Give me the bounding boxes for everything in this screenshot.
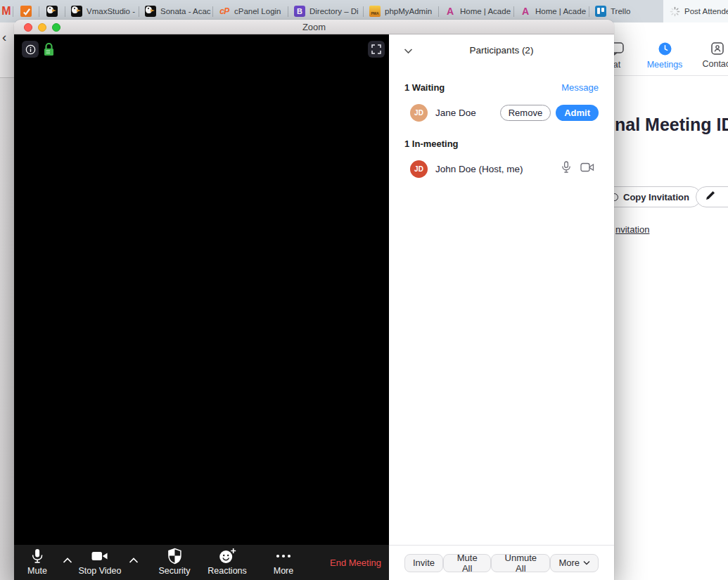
loading-spinner-icon <box>669 6 680 17</box>
participants-title: Participants (2) <box>470 45 534 56</box>
chat-bubble-icon <box>614 42 624 58</box>
participants-panel: Participants (2) 1 Waiting Message JD Ja… <box>389 34 614 580</box>
video-status-icon <box>580 162 594 175</box>
more-label: More <box>274 566 293 576</box>
phpmyadmin-icon: PMA <box>369 6 381 17</box>
academy-icon: A <box>445 6 456 17</box>
shield-icon <box>166 547 183 565</box>
mute-all-button[interactable]: Mute All <box>443 554 491 572</box>
tab-bar-gap <box>657 0 663 22</box>
copy-invitation-button[interactable]: Copy Invitation <box>614 186 701 207</box>
tab-gmail[interactable]: M <box>0 0 13 22</box>
ellipsis-icon <box>273 547 294 565</box>
back-chevron-icon[interactable]: ‹ <box>2 30 6 45</box>
more-button[interactable]: More <box>273 547 294 576</box>
chevron-down-icon[interactable] <box>404 44 413 57</box>
nav-meetings[interactable]: Meetings <box>646 42 683 70</box>
unmute-all-button[interactable]: Unmute All <box>491 554 550 572</box>
minimize-window-button[interactable] <box>38 23 46 32</box>
audio-options-chevron[interactable] <box>63 554 73 567</box>
browser-left-edge-lower <box>0 78 14 580</box>
mic-status-icon <box>561 161 571 176</box>
more-dropdown-label: More <box>558 558 580 568</box>
participant-name: Jane Doe <box>435 108 500 118</box>
inmeeting-section-header: 1 In-meeting <box>404 138 459 149</box>
tab-label: Trello <box>611 7 630 15</box>
nav-meetings-label: Meetings <box>647 60 683 70</box>
security-label: Security <box>158 566 190 576</box>
goose-icon <box>46 6 58 17</box>
mute-label: Mute <box>27 566 47 576</box>
meeting-toolbar: Mute Stop Video <box>14 545 389 580</box>
microphone-icon <box>28 547 46 565</box>
smiley-plus-icon <box>217 547 237 565</box>
clock-icon <box>658 42 672 58</box>
close-window-button[interactable] <box>24 23 32 32</box>
pencil-icon <box>705 190 716 204</box>
info-icon <box>25 44 36 55</box>
zoom-client-window: at Meetings Contact nal Meeting ID Copy … <box>614 22 728 580</box>
window-title-bar[interactable]: Zoom <box>14 20 614 34</box>
gmail-icon: M <box>1 6 12 17</box>
window-title: Zoom <box>302 22 326 32</box>
nav-contacts-label: Contact <box>702 60 728 69</box>
letter-b-icon: B <box>294 6 305 17</box>
copy-icon <box>614 193 618 201</box>
more-dropdown-button[interactable]: More <box>550 554 599 572</box>
inmeeting-participant-row: JD John Doe (Host, me) <box>404 160 599 178</box>
participant-name: John Doe (Host, me) <box>435 164 561 174</box>
tab-label: Home | Acade <box>460 7 511 15</box>
mute-button[interactable]: Mute <box>27 547 47 576</box>
video-camera-icon <box>89 547 110 565</box>
goose-icon <box>71 6 82 17</box>
meeting-info-button[interactable] <box>22 41 39 58</box>
orange-swoosh-icon <box>20 6 32 17</box>
show-meeting-invitation-link[interactable]: nvitation <box>615 224 649 235</box>
remove-button[interactable]: Remove <box>500 105 551 121</box>
reactions-button[interactable]: Reactions <box>207 547 247 576</box>
tab-label: phpMyAdmin <box>385 7 432 15</box>
tab-post-attendance-active[interactable]: Post Attende <box>663 0 728 22</box>
tab-label: cPanel Login <box>234 7 281 15</box>
chevron-down-icon <box>583 560 590 565</box>
waiting-participant-row: JD Jane Doe Remove Admit <box>404 103 599 122</box>
stop-video-label: Stop Video <box>79 566 122 576</box>
end-meeting-button[interactable]: End Meeting <box>330 545 381 580</box>
browser-left-edge: ‹ <box>0 22 14 580</box>
video-options-chevron[interactable] <box>129 554 139 567</box>
zoom-meeting-window: Zoom <box>14 20 614 580</box>
stop-video-button[interactable]: Stop Video <box>79 547 122 576</box>
waiting-section-header: 1 Waiting <box>404 82 445 93</box>
divider <box>614 75 728 76</box>
admit-button[interactable]: Admit <box>556 105 599 121</box>
encryption-lock-icon <box>43 42 55 60</box>
tab-label: Directory – Di <box>309 7 359 15</box>
edit-button[interactable] <box>696 186 728 207</box>
nav-chat-label: at <box>614 60 620 70</box>
nav-chat[interactable]: at <box>614 42 635 70</box>
tab-label: VmaxStudio - <box>87 7 135 15</box>
tab-label: Sonata - Acac <box>160 7 211 15</box>
copy-invitation-label: Copy Invitation <box>623 192 689 202</box>
maximize-window-button[interactable] <box>52 23 60 32</box>
participants-header: Participants (2) <box>389 34 614 65</box>
more-tools-label: Reactions <box>207 566 247 576</box>
academy-icon: A <box>520 6 531 17</box>
nav-contacts[interactable]: Contact <box>699 42 728 69</box>
goose-icon <box>145 6 156 17</box>
video-area: Mute Stop Video <box>14 34 389 580</box>
security-button[interactable]: Security <box>158 547 190 576</box>
contact-icon <box>711 42 724 57</box>
invite-button[interactable]: Invite <box>404 554 443 572</box>
avatar: JD <box>410 160 428 178</box>
personal-meeting-id-heading: nal Meeting ID <box>615 115 728 135</box>
participants-footer: Invite Mute All Unmute All More <box>389 545 614 580</box>
tab-label: Home | Acade <box>535 7 586 15</box>
trello-icon <box>595 6 606 17</box>
tab-label: Post Attende <box>684 7 728 15</box>
message-link[interactable]: Message <box>561 82 599 93</box>
fullscreen-icon <box>371 44 381 54</box>
cpanel-icon: cP <box>219 6 230 17</box>
avatar: JD <box>410 104 428 122</box>
fullscreen-button[interactable] <box>368 41 385 58</box>
